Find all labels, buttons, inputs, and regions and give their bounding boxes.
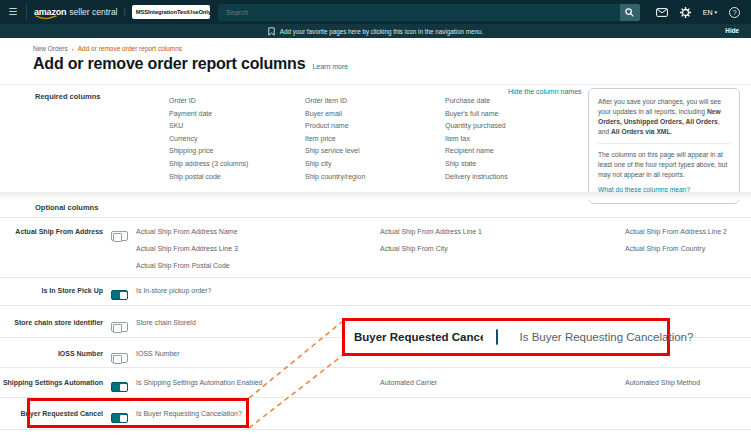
- help-icon: ?: [729, 7, 740, 18]
- account-selector[interactable]: MSSIntegrationTestUseOnly | U...: [132, 5, 210, 19]
- row-items-col-2: Automated Carrier: [380, 374, 625, 397]
- column-item: Actual Ship From Address Line 2: [625, 223, 751, 240]
- row-label: Shipping Settings Automation: [0, 378, 108, 397]
- bookmark-icon: [268, 27, 275, 36]
- row-items-col-3: [625, 405, 751, 429]
- column-item: Actual Ship From Address Line 1: [380, 223, 625, 240]
- column-item: Ship postal code: [169, 171, 248, 184]
- column-item: Order ID: [169, 95, 248, 108]
- optional-row-actual-ship-from-address: Actual Ship From Address Actual Ship Fro…: [0, 218, 751, 278]
- settings-button[interactable]: [680, 7, 691, 18]
- favorites-message-group: Add your favorite pages here by clicking…: [268, 27, 483, 36]
- amazon-seller-central-logo[interactable]: amazon seller central: [34, 7, 118, 17]
- global-search: [218, 4, 640, 21]
- gear-icon: [680, 7, 691, 18]
- page-title: Add or remove order report columns: [33, 55, 305, 73]
- row-label: Store chain store identifier: [0, 318, 108, 337]
- info-paragraph-2: The columns on this page will appear in …: [598, 150, 730, 180]
- row-items-col-2: [380, 405, 625, 429]
- row-label: Buyer Requested Cancel: [0, 409, 108, 429]
- language-selector[interactable]: EN▾: [703, 9, 717, 16]
- info-divider: [598, 143, 730, 144]
- column-item: Is Buyer Requesting Cancelation?: [136, 405, 380, 422]
- column-item: Recipient name: [445, 145, 508, 158]
- column-item: Ship address (3 columns): [169, 158, 248, 171]
- column-item: Currency: [169, 133, 248, 146]
- column-item: Order item ID: [305, 95, 365, 108]
- breadcrumb-current[interactable]: Add or remove order report columns: [78, 45, 182, 52]
- column-item: Ship service level: [305, 145, 365, 158]
- column-item: Payment date: [169, 108, 248, 121]
- row-label: Actual Ship From Address: [0, 227, 108, 277]
- row-items-col-3: Automated Ship Method: [625, 374, 751, 397]
- callout-toggle-buyer-requested-cancel[interactable]: [496, 329, 498, 345]
- column-item: Buyer email: [305, 108, 365, 121]
- nav-icon-group: EN▾ ?: [656, 7, 740, 18]
- required-column-list-2: Order item IDBuyer emailProduct nameItem…: [305, 95, 365, 183]
- row-items-col-2: Actual Ship From Address Line 1Actual Sh…: [380, 223, 625, 277]
- optional-columns-heading: Optional columns: [35, 203, 98, 212]
- callout-question: Is Buyer Requesting Cancelation?: [520, 331, 694, 343]
- seller-central-text: seller central: [69, 7, 117, 17]
- row-items-col-1: Is Shipping Settings Automation Enabled: [136, 374, 380, 397]
- row-label: IOSS Number: [0, 349, 108, 367]
- toggle-ioss-number[interactable]: [111, 353, 128, 363]
- chevron-down-icon: ▾: [715, 9, 718, 15]
- required-column-list-1: Order IDPayment dateSKUCurrencyShipping …: [169, 95, 248, 183]
- nav-separator: |: [124, 7, 126, 17]
- column-item: Actual Ship From Address Name: [136, 223, 380, 240]
- row-label: Is In Store Pick Up: [0, 286, 108, 305]
- toggle-is-in-store-pick-up[interactable]: [111, 290, 128, 300]
- messages-button[interactable]: [656, 8, 668, 17]
- row-items-col-3: [625, 282, 751, 305]
- column-item: Delivery instructions: [445, 171, 508, 184]
- section-shadow: [0, 192, 751, 200]
- row-items-col-2: [380, 282, 625, 305]
- column-item: SKU: [169, 120, 248, 133]
- row-items-col-1: Actual Ship From Address NameActual Ship…: [136, 223, 380, 277]
- optional-row-is-in-store-pick-up: Is In Store Pick Up Is In-store pickup o…: [0, 278, 751, 306]
- section-divider: [0, 84, 751, 85]
- column-item: Automated Carrier: [380, 374, 625, 391]
- column-item: Purchase date: [445, 95, 508, 108]
- column-item: Ship city: [305, 158, 365, 171]
- search-input[interactable]: [218, 4, 620, 21]
- column-item: Is Shipping Settings Automation Enabled: [136, 374, 380, 391]
- callout-label: Buyer Requested Cancel: [354, 331, 490, 343]
- column-item: Actual Ship From Address Line 3: [136, 240, 380, 257]
- required-columns-heading: Required columns: [35, 92, 100, 101]
- reports-info-box: After you save your changes, you will se…: [588, 88, 740, 204]
- toggle-buyer-requested-cancel[interactable]: [111, 413, 128, 423]
- buyer-requested-cancel-callout: Buyer Requested Cancel Is Buyer Requesti…: [342, 318, 670, 356]
- column-item: Is In-store pickup order?: [136, 282, 380, 299]
- row-items-col-3: Actual Ship From Address Line 2Actual Sh…: [625, 223, 751, 277]
- column-item: Actual Ship From City: [380, 240, 625, 257]
- amazon-logo-text: amazon: [34, 7, 66, 17]
- row-items-col-1: Is Buyer Requesting Cancelation?: [136, 405, 380, 429]
- top-navbar: ☰ amazon seller central | MSSIntegration…: [0, 0, 751, 24]
- help-button[interactable]: ?: [729, 7, 740, 18]
- column-item: Quantity purchased: [445, 120, 508, 133]
- toggle-shipping-settings-automation[interactable]: [111, 382, 128, 392]
- breadcrumb-new-orders[interactable]: New Orders: [33, 45, 68, 52]
- learn-more-link[interactable]: Learn more: [312, 63, 348, 70]
- title-row: Add or remove order report columns Learn…: [33, 55, 348, 73]
- optional-row-buyer-requested-cancel: Buyer Requested Cancel Is Buyer Requesti…: [0, 398, 751, 430]
- toggle-actual-ship-from-address[interactable]: [111, 231, 128, 241]
- envelope-icon: [656, 8, 668, 17]
- info-paragraph-1: After you save your changes, you will se…: [598, 97, 730, 137]
- required-column-list-3: Purchase dateBuyer's full nameQuantity p…: [445, 95, 508, 183]
- column-item: Product name: [305, 120, 365, 133]
- column-item: Actual Ship From Postal Code: [136, 257, 380, 274]
- toggle-store-chain-identifier[interactable]: [111, 322, 128, 332]
- search-button[interactable]: [620, 4, 640, 21]
- search-icon: [625, 8, 634, 17]
- hide-column-names-link[interactable]: Hide the column names: [508, 88, 582, 95]
- column-item: Item tax: [445, 133, 508, 146]
- favorites-bar: Add your favorite pages here by clicking…: [0, 24, 751, 38]
- favorites-message: Add your favorite pages here by clicking…: [280, 28, 483, 35]
- optional-row-shipping-settings-automation: Shipping Settings Automation Is Shipping…: [0, 368, 751, 398]
- menu-icon[interactable]: ☰: [0, 0, 26, 24]
- column-item: Shipping price: [169, 145, 248, 158]
- hide-favorites-button[interactable]: Hide: [725, 24, 739, 38]
